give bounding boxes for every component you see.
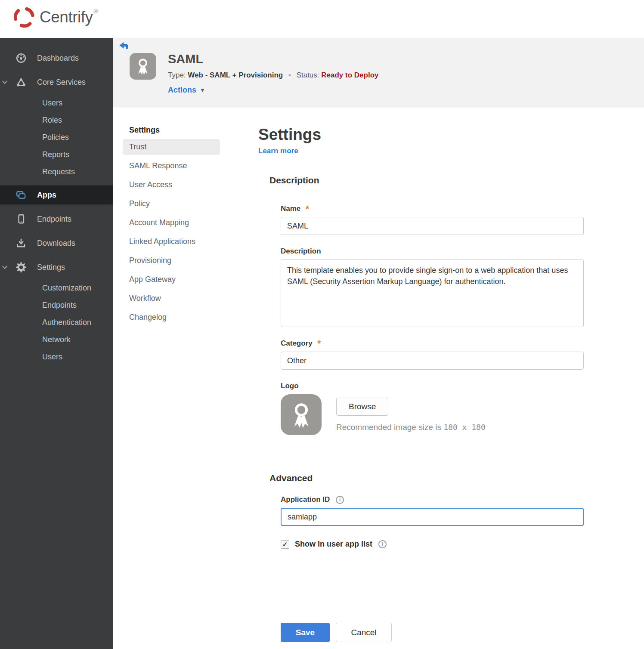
app-title: SAML bbox=[168, 52, 378, 66]
settings-subnav: Settings Trust SAML Response User Access… bbox=[123, 126, 220, 328]
application-id-label: Application ID bbox=[281, 495, 330, 504]
sidebar-item-settings[interactable]: Settings bbox=[0, 255, 113, 279]
save-button[interactable]: Save bbox=[281, 623, 330, 642]
cancel-button[interactable]: Cancel bbox=[336, 623, 392, 642]
sidebar-item-downloads[interactable]: Downloads bbox=[0, 231, 113, 255]
brand-name: Centrify bbox=[40, 8, 93, 26]
category-label: Category bbox=[281, 339, 313, 348]
subnav-item-app-gateway[interactable]: App Gateway bbox=[123, 272, 220, 287]
sidebar-item-settings-endpoints[interactable]: Endpoints bbox=[0, 297, 113, 314]
learn-more-link[interactable]: Learn more bbox=[258, 147, 298, 155]
settings-gear-icon bbox=[15, 262, 27, 273]
description-textarea[interactable]: This template enables you to provide sin… bbox=[281, 260, 584, 327]
actions-menu-button[interactable]: Actions ▼ bbox=[168, 86, 378, 95]
required-marker: * bbox=[306, 204, 309, 213]
sidebar-item-requests[interactable]: Requests bbox=[0, 163, 113, 180]
sidebar-item-endpoints[interactable]: Endpoints bbox=[0, 207, 113, 231]
app-header: SAML Type: Web - SAML + Provisioning • S… bbox=[113, 38, 644, 107]
advanced-section-heading: Advanced bbox=[269, 473, 585, 483]
apps-icon bbox=[15, 189, 27, 201]
type-label: Type: bbox=[168, 71, 186, 79]
recommended-size-text: Recommended image size is 180 x 180 bbox=[336, 423, 486, 432]
description-section-heading: Description bbox=[269, 175, 585, 185]
category-input[interactable] bbox=[281, 352, 584, 370]
app-meta-line: Type: Web - SAML + Provisioning • Status… bbox=[168, 71, 378, 80]
show-in-user-app-list-checkbox[interactable]: ✓ bbox=[281, 540, 289, 549]
info-icon[interactable]: i bbox=[336, 496, 344, 504]
sidebar-item-label: Apps bbox=[37, 191, 56, 200]
subnav-item-provisioning[interactable]: Provisioning bbox=[123, 253, 220, 269]
sidebar-item-label: Settings bbox=[37, 263, 65, 272]
caret-down-icon: ▼ bbox=[200, 87, 205, 93]
sidebar-nav: Dashboards Core Services Users Roles Pol… bbox=[0, 38, 113, 649]
sidebar-item-label: Core Services bbox=[37, 78, 86, 87]
description-label: Description bbox=[281, 247, 321, 256]
sidebar-item-label: Downloads bbox=[37, 239, 75, 248]
sidebar-item-roles[interactable]: Roles bbox=[0, 111, 113, 129]
sidebar-item-customization[interactable]: Customization bbox=[0, 279, 113, 297]
subnav-item-policy[interactable]: Policy bbox=[123, 196, 220, 212]
status-label: Status: bbox=[297, 71, 319, 79]
subnav-item-account-mapping[interactable]: Account Mapping bbox=[123, 215, 220, 231]
settings-panel: Settings Learn more Description Name * D… bbox=[258, 126, 585, 642]
name-input[interactable] bbox=[281, 217, 584, 235]
type-value: Web - SAML + Provisioning bbox=[188, 71, 283, 79]
sidebar-item-core-services[interactable]: Core Services bbox=[0, 70, 113, 94]
page-title: Settings bbox=[258, 126, 585, 144]
centrify-admin-page: Centrify ® Dashboards bbox=[0, 0, 644, 649]
vertical-divider bbox=[237, 129, 237, 604]
centrify-swirl-icon bbox=[12, 5, 36, 29]
name-label: Name bbox=[281, 204, 300, 213]
sidebar-item-label: Endpoints bbox=[37, 215, 71, 224]
back-arrow-icon[interactable] bbox=[119, 41, 129, 51]
required-marker: * bbox=[317, 338, 321, 348]
info-icon[interactable]: i bbox=[378, 540, 387, 548]
subnav-item-changelog[interactable]: Changelog bbox=[123, 309, 220, 325]
show-in-user-app-list-label: Show in user app list bbox=[295, 540, 372, 549]
sidebar-item-policies[interactable]: Policies bbox=[0, 129, 113, 146]
logo-label: Logo bbox=[281, 382, 299, 390]
status-value: Ready to Deploy bbox=[321, 71, 378, 79]
chevron-down-icon bbox=[1, 79, 8, 86]
sidebar-item-users[interactable]: Users bbox=[0, 94, 113, 111]
top-bar: Centrify ® bbox=[0, 0, 644, 38]
sidebar-item-dashboards[interactable]: Dashboards bbox=[0, 46, 113, 70]
meta-separator: • bbox=[288, 71, 291, 79]
sidebar-item-label: Dashboards bbox=[37, 54, 79, 63]
subnav-item-trust[interactable]: Trust bbox=[123, 139, 220, 155]
registered-mark: ® bbox=[93, 8, 98, 15]
core-services-icon bbox=[15, 77, 27, 88]
dashboard-icon bbox=[15, 53, 27, 64]
application-id-input[interactable] bbox=[281, 508, 584, 526]
centrify-logo[interactable]: Centrify ® bbox=[12, 5, 97, 29]
sidebar-item-network[interactable]: Network bbox=[0, 331, 113, 348]
subnav-header: Settings bbox=[129, 126, 220, 135]
ribbon-icon bbox=[286, 400, 316, 430]
sidebar-item-apps[interactable]: Apps bbox=[0, 185, 113, 204]
subnav-item-linked-applications[interactable]: Linked Applications bbox=[123, 234, 220, 250]
sidebar-item-reports[interactable]: Reports bbox=[0, 146, 113, 163]
downloads-icon bbox=[15, 238, 27, 249]
logo-preview bbox=[281, 394, 322, 435]
endpoints-icon bbox=[15, 213, 27, 225]
subnav-item-workflow[interactable]: Workflow bbox=[123, 291, 220, 306]
sidebar-item-authentication[interactable]: Authentication bbox=[0, 314, 113, 331]
subnav-item-user-access[interactable]: User Access bbox=[123, 177, 220, 193]
sidebar-item-settings-users[interactable]: Users bbox=[0, 348, 113, 365]
ribbon-icon bbox=[133, 56, 153, 76]
subnav-item-saml-response[interactable]: SAML Response bbox=[123, 158, 220, 174]
chevron-down-icon bbox=[1, 264, 8, 271]
app-logo-icon bbox=[130, 53, 156, 80]
browse-button[interactable]: Browse bbox=[336, 398, 388, 416]
